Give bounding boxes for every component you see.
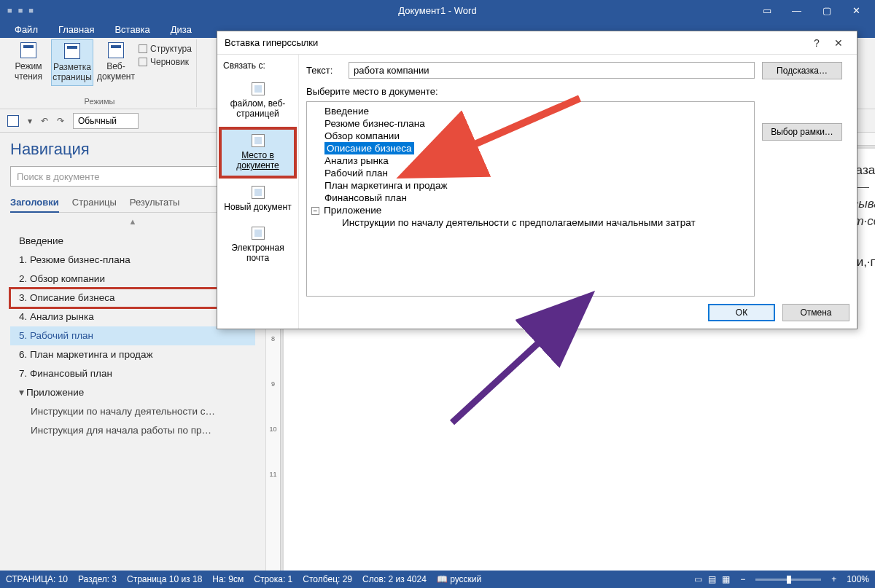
place-list-item[interactable]: Рабочий план [310, 167, 751, 179]
nav-item[interactable]: 6. План маркетинга и продаж [10, 345, 255, 364]
place-list-item[interactable]: Описание бизнеса [310, 142, 751, 154]
nav-tab-results[interactable]: Результаты [130, 197, 179, 208]
status-words[interactable]: Слов: 2 из 4024 [362, 574, 427, 584]
tab-home[interactable]: Главная [48, 22, 104, 37]
outline-button[interactable]: Структура [139, 44, 192, 54]
web-view-icon[interactable]: ▦ [722, 574, 730, 584]
tab-insert[interactable]: Вставка [104, 22, 160, 37]
link-place-in-doc[interactable]: Место в документе [220, 128, 295, 177]
dialog-help-button[interactable]: ? [806, 37, 828, 49]
place-list-item[interactable]: Инструкции по началу деятельности с пред… [310, 216, 751, 229]
text-label: Текст: [306, 65, 343, 76]
place-list[interactable]: ВведениеРезюме бизнес-планаОбзор компани… [306, 101, 755, 297]
text-input[interactable] [349, 62, 755, 79]
zoom-slider[interactable] [755, 579, 821, 581]
status-lang[interactable]: 📖 русский [437, 574, 481, 584]
screen-tip-button[interactable]: Подсказка… [762, 62, 842, 79]
dialog-title: Вставка гиперссылки [225, 37, 318, 48]
ok-button[interactable]: ОК [708, 304, 775, 321]
tab-design[interactable]: Диза [160, 22, 202, 37]
dialog-close-button[interactable]: ✕ [828, 37, 849, 49]
nav-item[interactable]: ▾Приложение [10, 383, 255, 402]
group-label: Режимы [7, 97, 192, 107]
status-col[interactable]: Столбец: 29 [303, 574, 352, 584]
web-icon [108, 42, 124, 58]
minimize-icon[interactable]: — [791, 5, 802, 16]
newdoc-icon [252, 186, 265, 199]
place-list-item[interactable]: Введение [310, 105, 751, 117]
globe-icon [252, 82, 265, 95]
draft-icon [139, 58, 147, 66]
place-list-item[interactable]: Обзор компании [310, 130, 751, 142]
bookmark-icon [252, 134, 265, 147]
maximize-icon[interactable]: ▢ [821, 5, 832, 16]
place-list-item[interactable]: Резюме бизнес-плана [310, 117, 751, 130]
pagelayout-icon [64, 43, 80, 59]
status-at[interactable]: На: 9см [212, 574, 244, 584]
style-combo[interactable]: Обычный [73, 113, 139, 129]
zoom-in[interactable]: + [831, 574, 836, 584]
dropdown-icon[interactable]: ▾ [28, 116, 32, 126]
link-new-doc[interactable]: Новый документ [220, 180, 295, 218]
qat-icon[interactable]: ■ [7, 6, 12, 15]
zoom-level[interactable]: 100% [847, 574, 869, 584]
link-with-label: Связать с: [219, 58, 297, 74]
page-layout-button[interactable]: Разметка страницы [51, 39, 93, 86]
nav-tab-pages[interactable]: Страницы [72, 197, 117, 208]
read-view-icon[interactable]: ▭ [694, 574, 702, 584]
target-frame-button[interactable]: Выбор рамки… [762, 123, 842, 141]
draft-button[interactable]: Черновик [139, 57, 192, 67]
ribbon-options-icon[interactable]: ▭ [761, 5, 772, 16]
save-icon[interactable] [7, 115, 19, 127]
zoom-out[interactable]: − [740, 574, 745, 584]
place-list-item[interactable]: −Приложение [310, 204, 751, 216]
status-pageof[interactable]: Страница 10 из 18 [127, 574, 202, 584]
window-title: Документ1 - Word [398, 5, 476, 16]
status-bar: СТРАНИЦА: 10 Раздел: 3 Страница 10 из 18… [0, 571, 875, 588]
insert-hyperlink-dialog: Вставка гиперссылки ? ✕ Связать с: файло… [217, 31, 858, 329]
undo-icon[interactable]: ↶ [41, 116, 48, 126]
link-email[interactable]: Электронная почта [220, 221, 295, 270]
status-section[interactable]: Раздел: 3 [78, 574, 117, 584]
outline-icon [139, 44, 147, 53]
reading-icon [20, 42, 36, 58]
redo-icon[interactable]: ↷ [57, 116, 64, 126]
link-file-web[interactable]: файлом, веб-страницей [220, 77, 295, 125]
nav-item[interactable]: 7. Финансовый план [10, 364, 255, 383]
place-list-item[interactable]: План маркетинга и продаж [310, 179, 751, 192]
status-line[interactable]: Строка: 1 [254, 574, 292, 584]
web-layout-button[interactable]: Веб-документ [95, 39, 137, 85]
tab-file[interactable]: Файл [4, 22, 48, 37]
print-view-icon[interactable]: ▤ [708, 574, 716, 584]
mail-icon [252, 227, 265, 240]
nav-item[interactable]: Инструкции по началу деятельности с… [10, 402, 255, 421]
qat: ■ ■ ■ [0, 0, 211, 20]
choose-place-label: Выберите место в документе: [306, 86, 755, 97]
cancel-button[interactable]: Отмена [782, 304, 849, 321]
status-page[interactable]: СТРАНИЦА: 10 [6, 574, 68, 584]
close-icon[interactable]: ✕ [851, 5, 862, 16]
nav-item[interactable]: Инструкция для начала работы по пр… [10, 421, 255, 440]
qat-icon[interactable]: ■ [28, 6, 34, 15]
qat-icon[interactable]: ■ [18, 6, 23, 15]
place-list-item[interactable]: Финансовый план [310, 192, 751, 204]
place-list-item[interactable]: Анализ рынка [310, 154, 751, 167]
reading-mode-button[interactable]: Режим чтения [7, 39, 50, 85]
nav-tab-headings[interactable]: Заголовки [10, 197, 59, 213]
titlebar: ■ ■ ■ Документ1 - Word ▭ — ▢ ✕ [0, 0, 875, 20]
